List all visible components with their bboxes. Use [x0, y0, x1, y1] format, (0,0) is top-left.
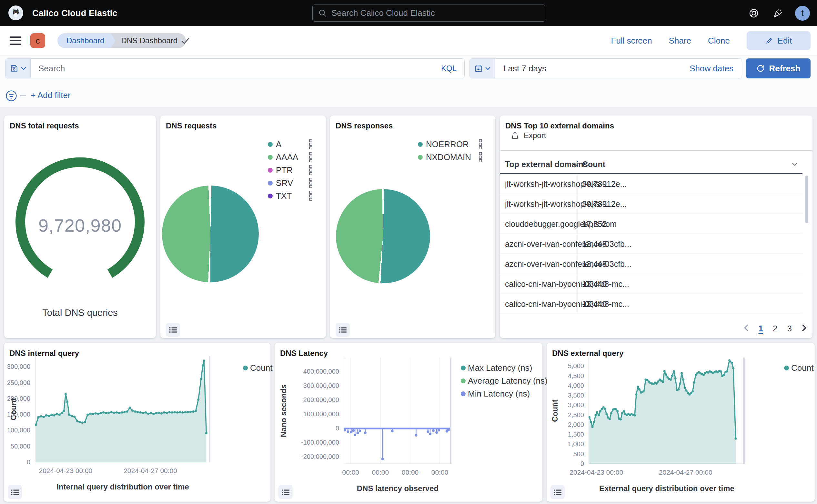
table-body: jlt-worksh-jlt-workshop-aks-112e...30,78…	[500, 174, 802, 314]
legend-actions-icon[interactable]	[308, 178, 313, 188]
legend-actions-icon[interactable]	[478, 139, 483, 149]
refresh-button[interactable]: Refresh	[746, 58, 811, 78]
cell-count: 17,852	[582, 214, 607, 234]
add-filter-button[interactable]: + Add filter	[31, 90, 71, 100]
full-screen-button[interactable]: Full screen	[611, 36, 652, 46]
pagination-page-2[interactable]: 2	[773, 324, 777, 334]
legend-toggle-button[interactable]	[336, 323, 350, 337]
y-tick-label: 1,500	[547, 431, 584, 438]
y-tick-label: -100,000,000	[275, 439, 339, 446]
legend-toggle-icon	[553, 488, 562, 496]
y-tick-label: 3,500	[547, 392, 584, 399]
legend-actions-button[interactable]	[308, 178, 313, 189]
legend-toggle-button[interactable]	[166, 323, 180, 337]
x-tick-label: 00:00	[402, 469, 419, 476]
cell-count: 13,440	[582, 274, 607, 294]
pagination-next-button[interactable]	[802, 324, 807, 333]
cell-count: 13,440	[582, 294, 607, 314]
legend-item-count[interactable]: Count	[250, 363, 272, 373]
legend-dot	[461, 378, 466, 383]
help-button[interactable]	[747, 7, 760, 20]
legend-toggle-button[interactable]	[8, 485, 22, 499]
legend-item-max-latency-ns-[interactable]: Max Latency (ns)	[468, 363, 532, 373]
dashboard-actions: Full screen Share Clone Edit	[611, 26, 811, 55]
legend-dot	[461, 391, 466, 396]
x-tick-label: 2024-04-23 00:00	[39, 467, 92, 475]
legend-item-count[interactable]: Count	[791, 363, 813, 373]
calico-logo[interactable]	[8, 5, 23, 20]
share-button[interactable]: Share	[669, 36, 691, 46]
legend-item-nxdomain[interactable]: NXDOMAIN	[426, 152, 471, 162]
legend-item-aaaa[interactable]: AAAA	[276, 152, 298, 162]
legend-item-srv[interactable]: SRV	[276, 178, 293, 188]
party-popper-icon	[772, 8, 783, 18]
x-tick-label: 2024-04-27 00:00	[659, 469, 712, 476]
x-axis-title: DNS latency observed	[357, 484, 439, 493]
legend-actions-icon[interactable]	[308, 165, 313, 175]
edit-button-label: Edit	[778, 36, 792, 46]
clone-button[interactable]: Clone	[708, 36, 730, 46]
calendar-button[interactable]	[470, 59, 495, 78]
legend-item-min-latency-ns-[interactable]: Min Latency (ns)	[468, 389, 530, 399]
panel-title: DNS total requests	[10, 121, 79, 130]
table-row: azcni-over-ivan-conference-03cfb...13,44…	[500, 254, 802, 274]
legend-toggle-button[interactable]	[550, 485, 565, 499]
life-ring-icon	[749, 8, 759, 18]
breadcrumb: Dashboard DNS Dashboard	[57, 33, 186, 48]
y-tick-label: 0	[4, 459, 30, 466]
kql-search-input[interactable]	[31, 64, 433, 74]
space-badge[interactable]: c	[30, 33, 45, 48]
legend-actions-button[interactable]	[308, 152, 313, 163]
cat-logo-icon	[10, 7, 21, 18]
gauge-subtitle: Total DNS queries	[4, 307, 156, 318]
legend-actions-button[interactable]	[308, 191, 313, 202]
x-tick-label: 00:00	[372, 469, 389, 476]
show-dates-button[interactable]: Show dates	[690, 64, 733, 74]
legend-actions-icon[interactable]	[308, 139, 313, 149]
breadcrumb-dashboard[interactable]: Dashboard	[57, 33, 111, 48]
news-button[interactable]	[771, 7, 784, 20]
legend-item-txt[interactable]: TXT	[276, 191, 292, 201]
global-search[interactable]	[312, 5, 545, 22]
legend-actions-icon[interactable]	[308, 152, 313, 162]
column-sort-chevron[interactable]	[573, 157, 579, 172]
cell-domain: azcni-over-ivan-conference-03cfb...	[505, 234, 631, 254]
table-top-divider	[500, 150, 812, 151]
user-avatar[interactable]: t	[795, 6, 810, 21]
legend-toggle-icon	[281, 488, 290, 496]
pagination-page-3[interactable]: 3	[787, 324, 792, 334]
edit-button[interactable]: Edit	[747, 31, 811, 50]
legend-actions-icon[interactable]	[308, 191, 313, 201]
panel-dns-latency: DNS Latency 400,000,000300,000,000200,00…	[275, 343, 542, 502]
global-search-input[interactable]	[331, 8, 539, 18]
legend-actions-button[interactable]	[478, 139, 483, 150]
breadcrumb-dns-dashboard[interactable]: DNS Dashboard	[111, 33, 186, 48]
pagination-prev-button[interactable]	[744, 324, 749, 333]
pie-chart-dns_responses	[336, 189, 430, 283]
time-range-value[interactable]: Last 7 days	[503, 64, 546, 74]
query-language-button[interactable]: KQL	[433, 64, 464, 73]
table-row: jlt-worksh-jlt-workshop-aks-112e...30,78…	[500, 174, 802, 194]
legend-item-noerror[interactable]: NOERROR	[426, 139, 469, 149]
legend-actions-button[interactable]	[308, 139, 313, 150]
legend-item-ptr[interactable]: PTR	[276, 165, 293, 175]
table-scrollbar[interactable]	[805, 176, 808, 223]
filter-menu-button[interactable]	[5, 90, 17, 103]
menu-button[interactable]	[10, 35, 21, 46]
legend-item-a[interactable]: A	[276, 139, 281, 149]
cell-domain: jlt-worksh-jlt-workshop-aks-112e...	[505, 174, 627, 194]
legend-actions-icon[interactable]	[478, 152, 483, 162]
pagination-page-1[interactable]: 1	[759, 324, 763, 334]
column-header-count[interactable]: Count	[582, 157, 605, 172]
legend-actions-button[interactable]	[308, 165, 313, 176]
legend-actions-button[interactable]	[478, 152, 483, 163]
saved-check-icon	[181, 36, 190, 46]
export-button[interactable]: Export	[511, 131, 546, 140]
legend-item-average-latency-ns-[interactable]: Average Latency (ns)	[468, 376, 548, 386]
table-row: calico-cni-ivan-byocni-03cfb8-mc...13,44…	[500, 274, 802, 294]
column-sort-chevron[interactable]	[792, 157, 798, 172]
saved-query-button[interactable]	[5, 59, 31, 78]
x-axis-title: Internal query distribution over time	[56, 482, 189, 491]
legend-toggle-button[interactable]	[278, 485, 293, 499]
gauge-value: 9,720,980	[4, 215, 156, 236]
